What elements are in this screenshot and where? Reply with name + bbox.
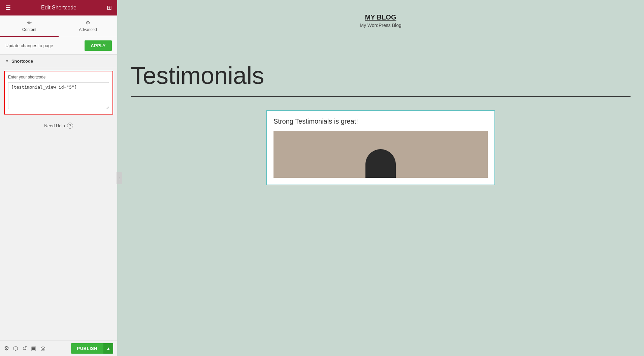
layers-icon[interactable]: ⬡ (13, 345, 18, 352)
shortcode-textarea[interactable]: [testimonial_view id="5"] (8, 82, 109, 109)
section-title: Shortcode (11, 59, 33, 64)
testimonial-card-title: Strong Testimonials is great! (273, 118, 488, 125)
publish-dropdown-button[interactable]: ▲ (103, 343, 113, 354)
help-icon: ? (67, 123, 73, 129)
tab-content[interactable]: ✏ Content (0, 15, 59, 37)
section-arrow-icon: ▼ (5, 59, 9, 63)
need-help[interactable]: Need Help ? (0, 117, 117, 134)
publish-container: PUBLISH ▲ (71, 343, 113, 354)
settings-icon[interactable]: ⚙ (4, 345, 9, 352)
responsive-icon[interactable]: ▣ (31, 345, 36, 352)
preview-icon[interactable]: ◎ (40, 345, 45, 352)
shortcode-input-area: Enter your shortcode [testimonial_view i… (4, 71, 113, 115)
apply-bar: Update changes to page APPLY (0, 37, 117, 55)
testimonial-card: Strong Testimonials is great! (266, 110, 495, 185)
need-help-label: Need Help (44, 123, 65, 128)
tab-advanced[interactable]: ⚙ Advanced (59, 15, 117, 37)
sidebar: ☰ Edit Shortcode ⊞ ✏ Content ⚙ Advanced … (0, 0, 117, 356)
apply-bar-text: Update changes to page (5, 43, 53, 48)
sidebar-header: ☰ Edit Shortcode ⊞ (0, 0, 117, 15)
grid-icon[interactable]: ⊞ (107, 4, 112, 11)
hamburger-icon[interactable]: ☰ (5, 4, 11, 11)
main-content: MY BLOG My WordPress Blog Testimonials S… (117, 0, 644, 356)
history-icon[interactable]: ↺ (22, 345, 27, 352)
sidebar-collapse-button[interactable]: ‹ (117, 172, 122, 184)
publish-button[interactable]: PUBLISH (71, 343, 104, 354)
person-avatar (365, 149, 396, 178)
gear-icon: ⚙ (86, 20, 90, 26)
page-title: Testimonials (131, 62, 631, 89)
blog-header: MY BLOG My WordPress Blog (131, 10, 631, 28)
tab-content-label: Content (22, 27, 36, 32)
divider (131, 96, 631, 97)
testimonial-image (273, 131, 488, 178)
shortcode-section-header[interactable]: ▼ Shortcode (0, 55, 117, 68)
bottom-toolbar: ⚙ ⬡ ↺ ▣ ◎ PUBLISH ▲ (0, 341, 117, 356)
tab-bar: ✏ Content ⚙ Advanced (0, 15, 117, 37)
shortcode-label: Enter your shortcode (8, 75, 109, 79)
pencil-icon: ✏ (27, 20, 32, 26)
tab-advanced-label: Advanced (79, 27, 97, 32)
sidebar-title: Edit Shortcode (41, 5, 76, 11)
blog-subtitle: My WordPress Blog (131, 23, 631, 28)
blog-title: MY BLOG (131, 13, 631, 21)
apply-button[interactable]: APPLY (85, 40, 112, 51)
